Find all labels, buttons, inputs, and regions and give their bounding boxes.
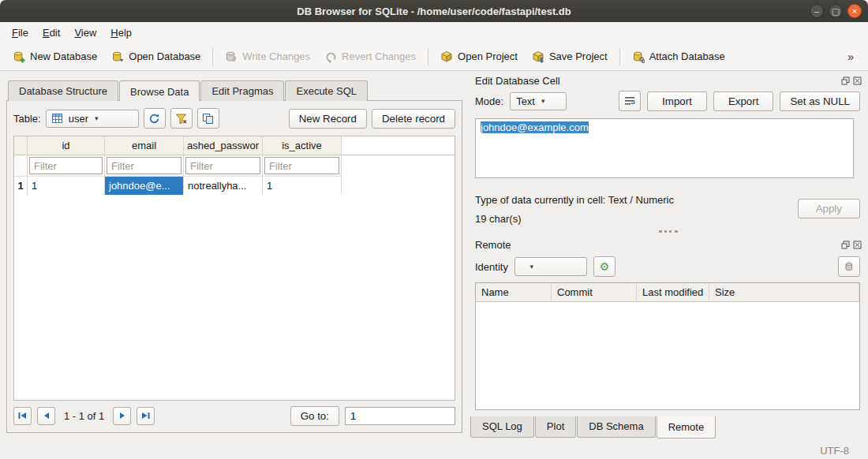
identity-settings-button[interactable]: ⚙ bbox=[593, 256, 615, 277]
write-changes-icon bbox=[225, 50, 238, 63]
refresh-button[interactable] bbox=[144, 108, 166, 129]
open-database-icon bbox=[111, 50, 124, 63]
tab-browse-data[interactable]: Browse Data bbox=[119, 80, 200, 101]
previous-record-icon bbox=[42, 411, 51, 420]
last-record-button[interactable] bbox=[137, 407, 155, 425]
chevron-down-icon: ▾ bbox=[530, 263, 534, 271]
tab-sql-log[interactable]: SQL Log bbox=[470, 416, 534, 438]
filter-input-email[interactable] bbox=[107, 157, 181, 174]
cell-id[interactable]: 1 bbox=[28, 177, 105, 195]
dock-splitter[interactable] bbox=[469, 227, 868, 235]
main-tabbar: Database Structure Browse Data Edit Prag… bbox=[6, 80, 462, 101]
word-wrap-icon bbox=[624, 96, 635, 106]
first-record-button[interactable] bbox=[13, 407, 32, 425]
cell-info: Type of data currently in cell: Text / N… bbox=[475, 191, 860, 227]
revert-changes-label: Revert Changes bbox=[342, 50, 416, 62]
filter-input-id[interactable] bbox=[29, 157, 103, 174]
cell-hashed-password[interactable]: notreallyha... bbox=[184, 177, 263, 195]
remote-column-last-modified[interactable]: Last modified bbox=[637, 283, 709, 301]
cell-editor-content: johndoe@example.com bbox=[481, 121, 589, 133]
gear-icon: ⚙ bbox=[600, 261, 610, 272]
record-position: 1 - 1 of 1 bbox=[64, 410, 104, 422]
clone-database-button[interactable] bbox=[838, 256, 860, 277]
mode-selector[interactable]: Text ▾ bbox=[510, 92, 567, 110]
column-header-email[interactable]: email bbox=[105, 136, 184, 155]
open-database-label: Open Database bbox=[129, 50, 200, 62]
new-record-button[interactable]: New Record bbox=[289, 109, 367, 129]
tab-edit-pragmas[interactable]: Edit Pragmas bbox=[200, 80, 284, 101]
attach-database-button[interactable]: Attach Database bbox=[626, 47, 731, 67]
toolbar-separator bbox=[428, 48, 428, 65]
maximize-button[interactable]: ▢ bbox=[829, 4, 843, 18]
open-project-button[interactable]: Open Project bbox=[434, 47, 524, 67]
tab-database-structure[interactable]: Database Structure bbox=[8, 80, 118, 101]
edit-cell-header: Edit Database Cell bbox=[469, 73, 868, 88]
goto-button[interactable]: Go to: bbox=[290, 406, 339, 426]
dock-tabbar: SQL Log Plot DB Schema Remote bbox=[470, 416, 868, 438]
dock-float-icon[interactable] bbox=[841, 76, 850, 85]
cell-email-selected[interactable]: johndoe@e... bbox=[105, 177, 184, 195]
grid-header-row: id email ashed_passwor is_active bbox=[14, 136, 455, 155]
set-as-null-button[interactable]: Set as NULL bbox=[780, 91, 860, 111]
filter-row-header bbox=[14, 155, 28, 177]
save-project-icon bbox=[532, 50, 544, 63]
word-wrap-button[interactable] bbox=[619, 91, 641, 111]
identity-selector[interactable]: ▾ bbox=[514, 257, 587, 276]
remote-column-name[interactable]: Name bbox=[476, 283, 552, 301]
last-record-icon bbox=[140, 411, 151, 420]
tab-db-schema[interactable]: DB Schema bbox=[577, 416, 655, 438]
new-database-label: New Database bbox=[30, 50, 97, 62]
menu-view[interactable]: View bbox=[67, 24, 103, 42]
toolbar-separator bbox=[619, 48, 620, 65]
import-button[interactable]: Import bbox=[647, 91, 707, 111]
save-table-button[interactable] bbox=[197, 108, 219, 129]
export-button[interactable]: Export bbox=[713, 91, 774, 111]
column-header-hashed-password[interactable]: ashed_passwor bbox=[184, 136, 263, 155]
edit-cell-toolbar: Mode: Text ▾ Import Export Set as bbox=[475, 90, 860, 112]
chevron-down-icon: ▾ bbox=[541, 97, 545, 105]
app-window: DB Browser for SQLite - /home/user/code/… bbox=[0, 0, 868, 459]
table-row: 1 1 johndoe@e... notreallyha... 1 bbox=[14, 177, 455, 195]
clear-filters-icon bbox=[175, 113, 187, 125]
remote-title: Remote bbox=[475, 239, 841, 251]
row-number[interactable]: 1 bbox=[14, 177, 28, 195]
goto-input[interactable] bbox=[345, 407, 455, 425]
menu-file[interactable]: File bbox=[5, 24, 36, 42]
encoding-indicator[interactable]: UTF-8 bbox=[820, 445, 849, 457]
previous-record-button[interactable] bbox=[37, 407, 55, 425]
remote-column-commit[interactable]: Commit bbox=[552, 283, 637, 301]
menu-edit[interactable]: Edit bbox=[36, 24, 67, 42]
identity-label: Identity bbox=[475, 261, 508, 273]
tab-remote[interactable]: Remote bbox=[657, 416, 716, 438]
cell-editor[interactable]: johndoe@example.com bbox=[475, 118, 854, 178]
column-header-id[interactable]: id bbox=[28, 136, 105, 155]
save-project-button[interactable]: Save Project bbox=[526, 47, 614, 67]
dock-close-icon[interactable] bbox=[853, 241, 862, 249]
column-header-is-active[interactable]: is_active bbox=[263, 136, 342, 155]
cell-is-active[interactable]: 1 bbox=[263, 177, 342, 195]
clear-filters-button[interactable] bbox=[170, 108, 193, 129]
remote-header: Remote bbox=[469, 237, 868, 252]
tab-plot[interactable]: Plot bbox=[535, 416, 576, 438]
minimize-button[interactable]: – bbox=[810, 4, 824, 18]
menu-help[interactable]: Help bbox=[103, 24, 139, 42]
dock-close-icon[interactable] bbox=[853, 76, 862, 85]
next-record-button[interactable] bbox=[113, 407, 131, 425]
new-database-button[interactable]: New Database bbox=[6, 47, 103, 67]
table-selector[interactable]: user ▾ bbox=[46, 110, 139, 128]
filter-input-is-active[interactable] bbox=[264, 157, 339, 174]
remote-table-header: Name Commit Last modified Size bbox=[476, 283, 859, 302]
record-pager: 1 - 1 of 1 Go to: bbox=[13, 405, 455, 426]
delete-record-button[interactable]: Delete record bbox=[372, 109, 455, 129]
grid-filter-row bbox=[14, 155, 455, 177]
open-database-button[interactable]: Open Database bbox=[105, 47, 207, 67]
close-button[interactable]: × bbox=[847, 4, 862, 18]
edit-cell-title: Edit Database Cell bbox=[475, 75, 841, 87]
tab-execute-sql[interactable]: Execute SQL bbox=[285, 80, 368, 101]
remote-table-body bbox=[476, 302, 859, 409]
dock-float-icon[interactable] bbox=[841, 241, 850, 249]
filter-input-hashed-password[interactable] bbox=[185, 157, 260, 174]
toolbar-overflow-button[interactable]: » bbox=[840, 49, 862, 65]
remote-column-size[interactable]: Size bbox=[709, 283, 859, 301]
remote-identity-row: Identity ▾ ⚙ bbox=[475, 256, 860, 278]
